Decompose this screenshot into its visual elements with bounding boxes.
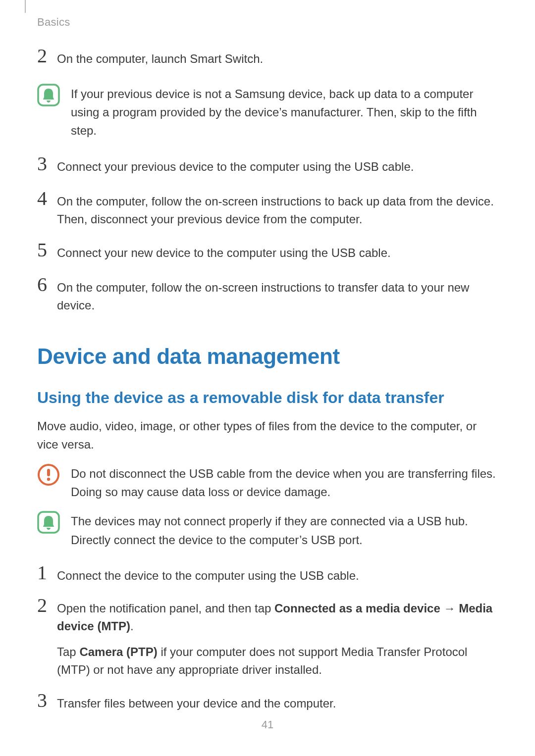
note-text: If your previous device is not a Samsung…: [71, 84, 498, 140]
note-info: The devices may not connect properly if …: [37, 511, 498, 549]
bold-run: Camera (PTP): [79, 645, 157, 658]
bold-run: Connected as a media device: [274, 602, 440, 615]
heading-2: Using the device as a removable disk for…: [37, 389, 498, 407]
arrow-glyph: →: [440, 602, 459, 615]
svg-rect-2: [47, 469, 50, 476]
sub-paragraph: Tap Camera (PTP) if your computer does n…: [57, 643, 498, 679]
text-run: Tap: [57, 645, 79, 658]
step-item: 1 Connect the device to the computer usi…: [37, 566, 498, 586]
step-text: Connect your new device to the computer …: [57, 243, 498, 262]
bell-note-icon: [37, 84, 60, 106]
step-number: 1: [37, 563, 57, 583]
step-number: 4: [37, 189, 57, 208]
step-item: 5 Connect your new device to the compute…: [37, 243, 498, 263]
step-text: Connect the device to the computer using…: [57, 566, 498, 585]
step-number: 3: [37, 154, 57, 174]
warning-icon: [37, 463, 60, 486]
header-rule: [25, 0, 26, 13]
step-item: 2 On the computer, launch Smart Switch.: [37, 49, 498, 69]
svg-point-3: [47, 478, 50, 481]
note-info: If your previous device is not a Samsung…: [37, 84, 498, 140]
section-label: Basics: [37, 16, 70, 29]
step-item: 6 On the computer, follow the on-screen …: [37, 278, 498, 314]
note-warning: Do not disconnect the USB cable from the…: [37, 463, 498, 501]
step-text: On the computer, follow the on-screen in…: [57, 278, 498, 314]
heading-1: Device and data management: [37, 344, 498, 369]
step-number: 3: [37, 691, 57, 710]
step-text: Transfer files between your device and t…: [57, 694, 498, 712]
step-number: 5: [37, 240, 57, 260]
step-item: 3 Connect your previous device to the co…: [37, 157, 498, 177]
page: Basics 2 On the computer, launch Smart S…: [0, 0, 535, 756]
step-item: 3 Transfer files between your device and…: [37, 694, 498, 713]
step-text: Connect your previous device to the comp…: [57, 157, 498, 176]
step-number: 6: [37, 275, 57, 295]
body-paragraph: Move audio, video, image, or other types…: [37, 417, 498, 454]
content: 2 On the computer, launch Smart Switch. …: [37, 49, 498, 713]
text-run: Open the notification panel, and then ta…: [57, 602, 274, 615]
note-text: Do not disconnect the USB cable from the…: [71, 463, 498, 501]
step-text: Open the notification panel, and then ta…: [57, 599, 498, 679]
step-text: On the computer, follow the on-screen in…: [57, 192, 498, 228]
page-number: 41: [0, 718, 535, 731]
bell-note-icon: [37, 511, 60, 534]
step-text: On the computer, launch Smart Switch.: [57, 49, 498, 68]
note-text: The devices may not connect properly if …: [71, 511, 498, 549]
text-run: .: [130, 619, 134, 633]
step-number: 2: [37, 46, 57, 66]
step-item: 4 On the computer, follow the on-screen …: [37, 192, 498, 228]
step-number: 2: [37, 596, 57, 615]
steps-group: 1 Connect the device to the computer usi…: [37, 566, 498, 713]
step-item: 2 Open the notification panel, and then …: [37, 599, 498, 679]
